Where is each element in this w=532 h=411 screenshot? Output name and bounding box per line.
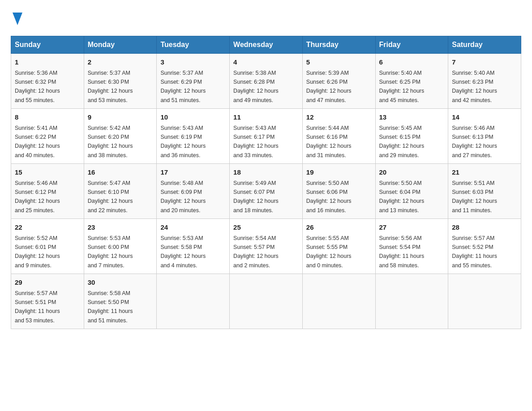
calendar-cell: 9 Sunrise: 5:42 AMSunset: 6:20 PMDayligh… [84, 109, 157, 164]
day-number: 1 [15, 57, 80, 68]
day-number: 19 [306, 167, 372, 178]
calendar-cell [230, 274, 303, 329]
calendar-cell: 21 Sunrise: 5:51 AMSunset: 6:03 PMDaylig… [448, 164, 521, 219]
day-number: 9 [88, 112, 153, 123]
calendar-cell: 20 Sunrise: 5:50 AMSunset: 6:04 PMDaylig… [375, 164, 448, 219]
day-info: Sunrise: 5:40 AMSunset: 6:25 PMDaylight:… [379, 70, 425, 103]
calendar-cell: 11 Sunrise: 5:43 AMSunset: 6:17 PMDaylig… [230, 109, 303, 164]
day-number: 10 [160, 112, 226, 123]
day-info: Sunrise: 5:46 AMSunset: 6:12 PMDaylight:… [15, 180, 60, 214]
day-number: 3 [160, 57, 226, 68]
day-info: Sunrise: 5:50 AMSunset: 6:04 PMDaylight:… [379, 180, 425, 214]
calendar-cell: 7 Sunrise: 5:40 AMSunset: 6:23 PMDayligh… [448, 54, 521, 109]
day-info: Sunrise: 5:48 AMSunset: 6:09 PMDaylight:… [160, 180, 206, 214]
calendar-cell: 15 Sunrise: 5:46 AMSunset: 6:12 PMDaylig… [11, 164, 84, 219]
day-number: 15 [15, 167, 80, 178]
weekday-header-saturday: Saturday [448, 36, 521, 54]
calendar-cell: 24 Sunrise: 5:53 AMSunset: 5:58 PMDaylig… [157, 219, 230, 274]
weekday-header-wednesday: Wednesday [230, 36, 303, 54]
day-info: Sunrise: 5:50 AMSunset: 6:06 PMDaylight:… [306, 180, 352, 214]
day-number: 2 [88, 57, 153, 68]
calendar-cell: 6 Sunrise: 5:40 AMSunset: 6:25 PMDayligh… [375, 54, 448, 109]
day-number: 27 [379, 223, 445, 233]
calendar-cell: 25 Sunrise: 5:54 AMSunset: 5:57 PMDaylig… [230, 219, 303, 274]
calendar-week-row: 22 Sunrise: 5:52 AMSunset: 6:01 PMDaylig… [11, 219, 521, 274]
day-info: Sunrise: 5:56 AMSunset: 5:54 PMDaylight:… [379, 235, 425, 269]
day-info: Sunrise: 5:45 AMSunset: 6:15 PMDaylight:… [379, 125, 425, 158]
calendar-cell: 23 Sunrise: 5:53 AMSunset: 6:00 PMDaylig… [84, 219, 157, 274]
day-number: 8 [15, 112, 80, 123]
calendar-cell: 29 Sunrise: 5:57 AMSunset: 5:51 PMDaylig… [11, 274, 84, 329]
calendar-cell: 4 Sunrise: 5:38 AMSunset: 6:28 PMDayligh… [230, 54, 303, 109]
calendar-cell: 3 Sunrise: 5:37 AMSunset: 6:29 PMDayligh… [157, 54, 230, 109]
calendar-week-row: 8 Sunrise: 5:41 AMSunset: 6:22 PMDayligh… [11, 109, 521, 164]
day-number: 23 [88, 223, 153, 233]
day-number: 30 [88, 278, 153, 288]
day-info: Sunrise: 5:41 AMSunset: 6:22 PMDaylight:… [15, 125, 60, 158]
calendar-cell [448, 274, 521, 329]
calendar-week-row: 1 Sunrise: 5:36 AMSunset: 6:32 PMDayligh… [11, 54, 521, 109]
day-info: Sunrise: 5:52 AMSunset: 6:01 PMDaylight:… [15, 235, 60, 269]
calendar-cell: 18 Sunrise: 5:49 AMSunset: 6:07 PMDaylig… [230, 164, 303, 219]
calendar-week-row: 29 Sunrise: 5:57 AMSunset: 5:51 PMDaylig… [11, 274, 521, 329]
day-number: 17 [160, 167, 226, 178]
weekday-header-friday: Friday [375, 36, 448, 54]
day-number: 24 [160, 223, 226, 233]
day-number: 16 [88, 167, 153, 178]
day-number: 4 [233, 57, 299, 68]
weekday-header-thursday: Thursday [302, 36, 375, 54]
calendar-cell: 12 Sunrise: 5:44 AMSunset: 6:16 PMDaylig… [302, 109, 375, 164]
day-info: Sunrise: 5:54 AMSunset: 5:57 PMDaylight:… [233, 235, 279, 269]
day-number: 20 [379, 167, 445, 178]
day-info: Sunrise: 5:40 AMSunset: 6:23 PMDaylight:… [452, 70, 497, 103]
day-info: Sunrise: 5:37 AMSunset: 6:29 PMDaylight:… [160, 70, 206, 103]
calendar-cell: 26 Sunrise: 5:55 AMSunset: 5:55 PMDaylig… [302, 219, 375, 274]
day-info: Sunrise: 5:57 AMSunset: 5:51 PMDaylight:… [15, 290, 60, 324]
day-number: 6 [379, 57, 445, 68]
day-number: 26 [306, 223, 372, 233]
logo [11, 11, 22, 27]
day-number: 11 [233, 112, 299, 123]
day-info: Sunrise: 5:53 AMSunset: 5:58 PMDaylight:… [160, 235, 206, 269]
calendar-cell: 14 Sunrise: 5:46 AMSunset: 6:13 PMDaylig… [448, 109, 521, 164]
calendar-cell [302, 274, 375, 329]
calendar-cell: 13 Sunrise: 5:45 AMSunset: 6:15 PMDaylig… [375, 109, 448, 164]
day-info: Sunrise: 5:42 AMSunset: 6:20 PMDaylight:… [88, 125, 133, 158]
day-info: Sunrise: 5:43 AMSunset: 6:19 PMDaylight:… [160, 125, 206, 158]
day-info: Sunrise: 5:46 AMSunset: 6:13 PMDaylight:… [452, 125, 497, 158]
calendar-cell: 28 Sunrise: 5:57 AMSunset: 5:52 PMDaylig… [448, 219, 521, 274]
day-info: Sunrise: 5:43 AMSunset: 6:17 PMDaylight:… [233, 125, 279, 158]
weekday-header-tuesday: Tuesday [157, 36, 230, 54]
calendar-table: SundayMondayTuesdayWednesdayThursdayFrid… [11, 36, 521, 329]
day-info: Sunrise: 5:49 AMSunset: 6:07 PMDaylight:… [233, 180, 279, 214]
day-number: 5 [306, 57, 372, 68]
day-number: 29 [15, 278, 80, 288]
day-info: Sunrise: 5:58 AMSunset: 5:50 PMDaylight:… [88, 290, 133, 324]
calendar-cell: 19 Sunrise: 5:50 AMSunset: 6:06 PMDaylig… [302, 164, 375, 219]
calendar-cell: 1 Sunrise: 5:36 AMSunset: 6:32 PMDayligh… [11, 54, 84, 109]
svg-marker-0 [13, 13, 22, 25]
day-number: 12 [306, 112, 372, 123]
day-info: Sunrise: 5:57 AMSunset: 5:52 PMDaylight:… [452, 235, 497, 269]
calendar-cell: 5 Sunrise: 5:39 AMSunset: 6:26 PMDayligh… [302, 54, 375, 109]
calendar-cell: 16 Sunrise: 5:47 AMSunset: 6:10 PMDaylig… [84, 164, 157, 219]
day-info: Sunrise: 5:37 AMSunset: 6:30 PMDaylight:… [88, 70, 133, 103]
calendar-cell: 22 Sunrise: 5:52 AMSunset: 6:01 PMDaylig… [11, 219, 84, 274]
calendar-cell: 27 Sunrise: 5:56 AMSunset: 5:54 PMDaylig… [375, 219, 448, 274]
weekday-header-sunday: Sunday [11, 36, 84, 54]
day-info: Sunrise: 5:55 AMSunset: 5:55 PMDaylight:… [306, 235, 352, 269]
day-number: 22 [15, 223, 80, 233]
day-number: 25 [233, 223, 299, 233]
day-info: Sunrise: 5:39 AMSunset: 6:26 PMDaylight:… [306, 70, 352, 103]
calendar-cell [157, 274, 230, 329]
day-info: Sunrise: 5:53 AMSunset: 6:00 PMDaylight:… [88, 235, 133, 269]
day-info: Sunrise: 5:44 AMSunset: 6:16 PMDaylight:… [306, 125, 352, 158]
weekday-header-row: SundayMondayTuesdayWednesdayThursdayFrid… [11, 36, 521, 54]
day-info: Sunrise: 5:36 AMSunset: 6:32 PMDaylight:… [15, 70, 60, 103]
day-info: Sunrise: 5:47 AMSunset: 6:10 PMDaylight:… [88, 180, 133, 214]
page-header [11, 11, 521, 27]
calendar-cell: 17 Sunrise: 5:48 AMSunset: 6:09 PMDaylig… [157, 164, 230, 219]
day-number: 28 [452, 223, 517, 233]
day-number: 21 [452, 167, 517, 178]
calendar-cell: 2 Sunrise: 5:37 AMSunset: 6:30 PMDayligh… [84, 54, 157, 109]
